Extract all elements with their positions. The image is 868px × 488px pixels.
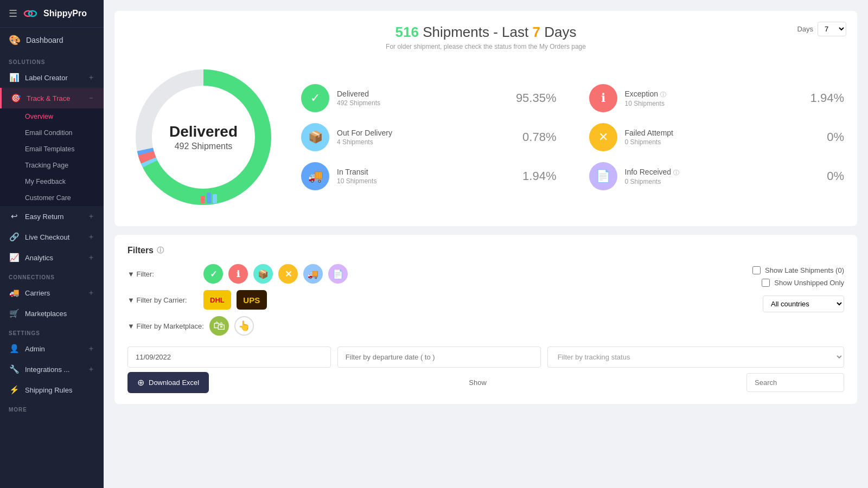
- stats-title: 516 Shipments - Last 7 Days: [127, 24, 844, 41]
- sidebar-item-admin[interactable]: 👤 Admin ＋: [0, 338, 104, 359]
- integrations-expand-icon[interactable]: ＋: [87, 364, 95, 374]
- carriers-label: Carriers: [25, 289, 50, 297]
- shipping-rules-icon: ⚡: [9, 385, 20, 395]
- failed-icon: ✕: [589, 123, 617, 151]
- dashboard-label: Dashboard: [26, 36, 63, 44]
- stat-item-failed: ✕ Failed Attempt 0 Shipments 0%: [589, 123, 845, 151]
- info-received-percent: 0%: [827, 169, 844, 183]
- admin-expand-icon[interactable]: ＋: [87, 344, 95, 354]
- marketplaces-label: Marketplaces: [25, 310, 67, 318]
- live-checkout-expand-icon[interactable]: ＋: [87, 232, 95, 242]
- filter-circle-exception[interactable]: ℹ: [228, 264, 248, 284]
- sidebar-item-marketplaces[interactable]: 🛒 Marketplaces: [0, 303, 104, 324]
- exception-label: Exception ⓘ: [625, 89, 803, 99]
- marketplace-cursor[interactable]: 👆: [234, 316, 254, 336]
- days-select[interactable]: 7 14 30: [818, 22, 846, 36]
- stat-info-info-received: Info Received ⓘ 0 Shipments: [625, 168, 820, 185]
- sidebar-item-track-trace[interactable]: 🎯 Track & Trace －: [0, 88, 104, 108]
- sidebar-item-easy-return[interactable]: ↩ Easy Return ＋: [0, 206, 104, 227]
- logo-icon: [23, 9, 38, 18]
- checkbox-unshipped[interactable]: [762, 279, 770, 287]
- failed-label: Failed Attempt: [625, 129, 820, 137]
- out-delivery-icon: 📦: [301, 123, 329, 151]
- filter-circle-in-transit[interactable]: 🚚: [303, 264, 323, 284]
- sidebar-item-live-checkout[interactable]: 🔗 Live Checkout ＋: [0, 227, 104, 247]
- checkbox-unshipped-label: Show Unshipped Only: [774, 279, 844, 287]
- carriers-expand-icon[interactable]: ＋: [87, 288, 95, 298]
- filter-circle-failed[interactable]: ✕: [278, 264, 298, 284]
- filter-circle-out-delivery[interactable]: 📦: [253, 264, 273, 284]
- info-received-label: Info Received ⓘ: [625, 168, 820, 177]
- search-input[interactable]: [746, 373, 844, 392]
- analytics-icon: 📈: [9, 253, 20, 262]
- easy-return-expand-icon[interactable]: ＋: [87, 211, 95, 221]
- days-filter: Days 7 14 30: [797, 22, 846, 36]
- sidebar-subitem-customer-care[interactable]: Customer Care: [0, 190, 104, 206]
- date-from-input[interactable]: [127, 346, 331, 368]
- info-received-count: 0 Shipments: [625, 178, 820, 185]
- sidebar: ☰ ShippyPro 🎨 Dashboard SOLUTIONS 📊 Labe…: [0, 0, 104, 488]
- checkbox-row-unshipped: Show Unshipped Only: [762, 279, 844, 287]
- sidebar-subitem-email-condition[interactable]: Email Condition: [0, 125, 104, 141]
- show-label: Show: [469, 378, 487, 387]
- delivered-icon: ✓: [301, 84, 329, 112]
- donut-center: Delivered 492 Shipments: [169, 123, 238, 151]
- filter-circle-info-received[interactable]: 📄: [328, 264, 348, 284]
- dhl-label: DHL: [210, 296, 225, 304]
- failed-count: 0 Shipments: [625, 138, 820, 146]
- checkbox-row-late: Show Late Shipments (0): [752, 266, 844, 274]
- sidebar-header: ☰ ShippyPro: [0, 0, 104, 28]
- analytics-label: Analytics: [25, 254, 53, 262]
- filters-info-icon: ⓘ: [157, 246, 164, 255]
- filter-row-carrier: ▼ Filter by Carrier: DHL UPS: [127, 290, 752, 310]
- admin-icon: 👤: [9, 344, 20, 354]
- out-delivery-percent: 0.78%: [522, 130, 556, 144]
- sidebar-item-analytics[interactable]: 📈 Analytics ＋: [0, 247, 104, 268]
- marketplace-shopify[interactable]: 🛍: [209, 316, 229, 336]
- country-select[interactable]: All countries: [763, 296, 844, 312]
- exception-icon: ℹ: [589, 84, 617, 112]
- filter-row-marketplace: ▼ Filter by Marketplace: 🛍 👆: [127, 316, 752, 336]
- track-trace-collapse-icon[interactable]: －: [87, 93, 95, 103]
- filters-card: Filters ⓘ ▼ Filter: ✓ ℹ 📦 ✕ 🚚 📄 ▼ Filter…: [114, 235, 857, 404]
- download-label: Download Excel: [149, 378, 199, 387]
- filter-circle-delivered[interactable]: ✓: [203, 264, 223, 284]
- date-to-input[interactable]: [337, 346, 541, 368]
- carrier-dhl[interactable]: DHL: [203, 290, 231, 310]
- section-label-connections: CONNECTIONS: [0, 268, 104, 282]
- sidebar-item-integrations[interactable]: 🔧 Integrations ... ＋: [0, 359, 104, 380]
- hamburger-icon[interactable]: ☰: [9, 8, 17, 20]
- stats-subtitle: For older shipment, please check the sta…: [127, 43, 844, 50]
- tracking-status-select[interactable]: Filter by tracking status Delivered In T…: [547, 346, 844, 368]
- dashboard-icon: 🎨: [9, 34, 21, 46]
- sidebar-subitem-my-feedback[interactable]: My Feedback: [0, 174, 104, 190]
- integrations-icon: 🔧: [9, 364, 20, 374]
- stat-item-delivered: ✓ Delivered 492 Shipments 95.35%: [301, 84, 557, 112]
- filters-content: ▼ Filter: ✓ ℹ 📦 ✕ 🚚 📄 ▼ Filter by Carrie…: [127, 264, 844, 342]
- sidebar-item-carriers[interactable]: 🚚 Carriers ＋: [0, 282, 104, 303]
- delivered-count: 492 Shipments: [337, 99, 508, 107]
- checkbox-late-shipments[interactable]: [752, 266, 761, 274]
- stats-header: 516 Shipments - Last 7 Days For older sh…: [127, 24, 844, 50]
- integrations-label: Integrations ...: [25, 365, 69, 374]
- label-creator-icon: 📊: [9, 73, 20, 82]
- delivered-label: Delivered: [337, 89, 508, 98]
- label-creator-expand-icon[interactable]: ＋: [87, 73, 95, 82]
- carrier-ups[interactable]: UPS: [237, 290, 267, 310]
- sidebar-subitem-email-templates[interactable]: Email Templates: [0, 141, 104, 157]
- download-excel-button[interactable]: ⊕ Download Excel: [127, 372, 209, 393]
- delivered-percent: 95.35%: [516, 91, 557, 105]
- sidebar-item-shipping-rules[interactable]: ⚡ Shipping Rules: [0, 380, 104, 400]
- sidebar-subitem-tracking-page[interactable]: Tracking Page: [0, 157, 104, 174]
- analytics-expand-icon[interactable]: ＋: [87, 253, 95, 262]
- failed-percent: 0%: [827, 130, 844, 144]
- filters-left: ▼ Filter: ✓ ℹ 📦 ✕ 🚚 📄 ▼ Filter by Carrie…: [127, 264, 752, 342]
- filters-title-text: Filters: [127, 246, 154, 255]
- sidebar-item-label-creator[interactable]: 📊 Label Creator ＋: [0, 67, 104, 88]
- checkbox-late-label: Show Late Shipments (0): [765, 266, 844, 274]
- sidebar-item-dashboard[interactable]: 🎨 Dashboard: [0, 28, 104, 53]
- stat-item-in-transit: 🚚 In Transit 10 Shipments 1.94%: [301, 162, 557, 190]
- stats-body: Delivered 492 Shipments ✓ Delivered 492 …: [127, 61, 844, 213]
- sidebar-subitem-overview[interactable]: Overview: [0, 108, 104, 125]
- easy-return-icon: ↩: [9, 211, 20, 221]
